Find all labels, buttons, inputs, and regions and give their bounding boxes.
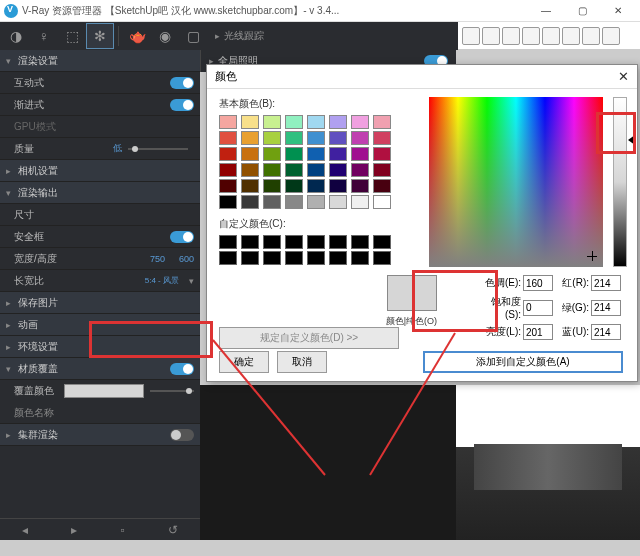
basic-color-swatch[interactable] bbox=[373, 179, 391, 193]
lights-icon[interactable]: ♀ bbox=[30, 23, 58, 49]
section-swarm[interactable]: ▸集群渲染 bbox=[0, 424, 200, 446]
lum-arrow-icon[interactable] bbox=[628, 135, 635, 145]
basic-color-swatch[interactable] bbox=[285, 163, 303, 177]
basic-color-swatch[interactable] bbox=[373, 147, 391, 161]
su-tool-1[interactable] bbox=[462, 27, 480, 45]
basic-color-swatch[interactable] bbox=[241, 179, 259, 193]
basic-color-swatch[interactable] bbox=[241, 163, 259, 177]
section-env[interactable]: ▸环境设置 bbox=[0, 336, 200, 358]
section-save[interactable]: ▸保存图片 bbox=[0, 292, 200, 314]
cancel-button[interactable]: 取消 bbox=[277, 351, 327, 373]
render-region-icon[interactable]: ◉ bbox=[151, 23, 179, 49]
section-camera[interactable]: ▸相机设置 bbox=[0, 160, 200, 182]
basic-color-swatch[interactable] bbox=[285, 195, 303, 209]
su-tool-4[interactable] bbox=[522, 27, 540, 45]
progressive-toggle[interactable] bbox=[170, 99, 194, 111]
basic-color-swatch[interactable] bbox=[351, 163, 369, 177]
sat-input[interactable] bbox=[523, 300, 553, 316]
basic-color-swatch[interactable] bbox=[329, 147, 347, 161]
basic-color-swatch[interactable] bbox=[241, 131, 259, 145]
section-anim[interactable]: ▸动画 bbox=[0, 314, 200, 336]
basic-color-swatch[interactable] bbox=[263, 131, 281, 145]
basic-color-swatch[interactable] bbox=[307, 179, 325, 193]
basic-color-swatch[interactable] bbox=[329, 163, 347, 177]
basic-color-swatch[interactable] bbox=[307, 195, 325, 209]
basic-color-swatch[interactable] bbox=[329, 115, 347, 129]
basic-color-swatch[interactable] bbox=[329, 195, 347, 209]
restore-button[interactable]: ▢ bbox=[564, 0, 600, 22]
basic-color-swatch[interactable] bbox=[351, 179, 369, 193]
section-render[interactable]: ▾渲染设置 bbox=[0, 50, 200, 72]
basic-color-swatch[interactable] bbox=[329, 179, 347, 193]
basic-color-swatch[interactable] bbox=[351, 131, 369, 145]
basic-color-swatch[interactable] bbox=[241, 195, 259, 209]
viewport-icon[interactable]: ▢ bbox=[179, 23, 207, 49]
su-tool-8[interactable] bbox=[602, 27, 620, 45]
row-safe: 安全框 bbox=[0, 226, 200, 248]
basic-color-swatch[interactable] bbox=[285, 115, 303, 129]
ok-button[interactable]: 确定 bbox=[219, 351, 269, 373]
custom-color-slot[interactable] bbox=[219, 235, 237, 249]
basic-color-swatch[interactable] bbox=[373, 115, 391, 129]
basic-color-swatch[interactable] bbox=[285, 179, 303, 193]
color-spectrum[interactable] bbox=[429, 97, 603, 267]
basic-color-swatch[interactable] bbox=[373, 163, 391, 177]
su-tool-3[interactable] bbox=[502, 27, 520, 45]
basic-color-swatch[interactable] bbox=[219, 147, 237, 161]
section-mat[interactable]: ▾材质覆盖 bbox=[0, 358, 200, 380]
basic-color-swatch[interactable] bbox=[241, 115, 259, 129]
basic-color-swatch[interactable] bbox=[219, 195, 237, 209]
add-custom-button[interactable]: 添加到自定义颜色(A) bbox=[423, 351, 623, 373]
basic-color-swatch[interactable] bbox=[351, 147, 369, 161]
render-icon[interactable]: 🫖 bbox=[123, 23, 151, 49]
basic-color-swatch[interactable] bbox=[263, 115, 281, 129]
section-output[interactable]: ▾渲染输出 bbox=[0, 182, 200, 204]
su-tool-6[interactable] bbox=[562, 27, 580, 45]
close-button[interactable]: ✕ bbox=[600, 0, 636, 22]
basic-color-swatch[interactable] bbox=[373, 195, 391, 209]
b-input[interactable] bbox=[591, 324, 621, 340]
basic-color-swatch[interactable] bbox=[263, 179, 281, 193]
nav-right-icon[interactable]: ▸ bbox=[71, 523, 77, 537]
basic-color-swatch[interactable] bbox=[263, 163, 281, 177]
swarm-toggle[interactable] bbox=[170, 429, 194, 441]
basic-color-swatch[interactable] bbox=[219, 131, 237, 145]
basic-color-swatch[interactable] bbox=[307, 163, 325, 177]
basic-color-swatch[interactable] bbox=[263, 195, 281, 209]
basic-color-swatch[interactable] bbox=[285, 147, 303, 161]
basic-color-swatch[interactable] bbox=[307, 131, 325, 145]
basic-color-swatch[interactable] bbox=[307, 115, 325, 129]
basic-color-swatch[interactable] bbox=[373, 131, 391, 145]
dialog-close-icon[interactable]: ✕ bbox=[618, 69, 629, 84]
r-input[interactable] bbox=[591, 275, 621, 291]
su-tool-2[interactable] bbox=[482, 27, 500, 45]
basic-color-swatch[interactable] bbox=[241, 147, 259, 161]
nav-save-icon[interactable]: ▫ bbox=[121, 523, 125, 537]
hue-input[interactable] bbox=[523, 275, 553, 291]
basic-color-swatch[interactable] bbox=[329, 131, 347, 145]
luminosity-slider[interactable] bbox=[613, 97, 627, 267]
minimize-button[interactable]: — bbox=[528, 0, 564, 22]
basic-color-swatch[interactable] bbox=[307, 147, 325, 161]
basic-color-swatch[interactable] bbox=[219, 163, 237, 177]
basic-color-swatch[interactable] bbox=[219, 115, 237, 129]
materials-icon[interactable]: ◑ bbox=[2, 23, 30, 49]
mat-toggle[interactable] bbox=[170, 363, 194, 375]
basic-color-swatch[interactable] bbox=[351, 115, 369, 129]
su-tool-7[interactable] bbox=[582, 27, 600, 45]
g-input[interactable] bbox=[591, 300, 621, 316]
basic-color-swatch[interactable] bbox=[263, 147, 281, 161]
safe-toggle[interactable] bbox=[170, 231, 194, 243]
basic-color-swatch[interactable] bbox=[285, 131, 303, 145]
settings-icon[interactable]: ✻ bbox=[86, 23, 114, 49]
nav-left-icon[interactable]: ◂ bbox=[22, 523, 28, 537]
override-color-swatch[interactable] bbox=[64, 384, 144, 398]
nav-reset-icon[interactable]: ↺ bbox=[168, 523, 178, 537]
su-tool-5[interactable] bbox=[542, 27, 560, 45]
basic-color-swatch[interactable] bbox=[219, 179, 237, 193]
lum-input[interactable] bbox=[523, 324, 553, 340]
geometry-icon[interactable]: ⬚ bbox=[58, 23, 86, 49]
basic-color-swatch[interactable] bbox=[351, 195, 369, 209]
define-custom-button[interactable]: 规定自定义颜色(D) >> bbox=[219, 327, 399, 349]
interactive-toggle[interactable] bbox=[170, 77, 194, 89]
